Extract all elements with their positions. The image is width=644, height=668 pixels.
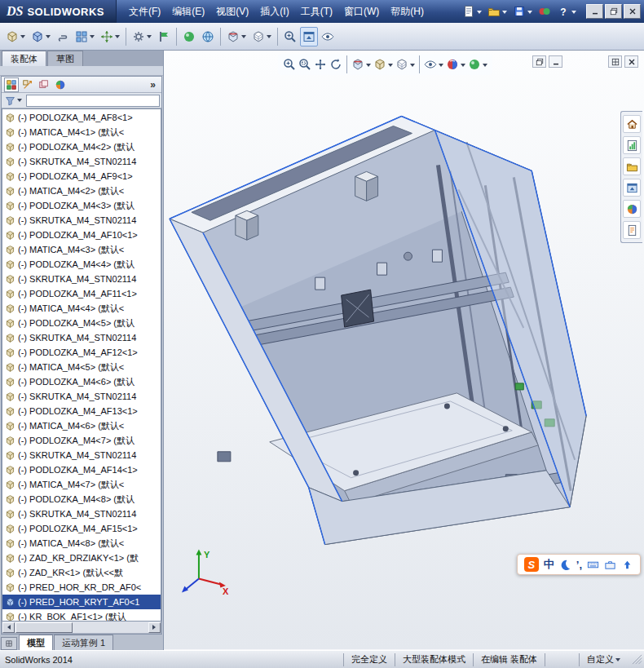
- maximize-button[interactable]: [605, 4, 622, 19]
- display-style-button[interactable]: [395, 56, 416, 73]
- tree-item[interactable]: (-) PODLOZKA_M4_AF10<1>: [2, 228, 161, 242]
- tree-item[interactable]: (-) PODLOZKA_M4_AF12<1>: [2, 345, 161, 360]
- tree-item[interactable]: (-) ZAD_KR_DRZIAKY<1> (默: [2, 551, 161, 565]
- zoom-to-fit-button[interactable]: [282, 56, 297, 73]
- tree-item[interactable]: (-) PODLOZKA_M4<5> (默认: [2, 316, 161, 330]
- section-view-button[interactable]: [351, 56, 372, 73]
- ime-skin[interactable]: [621, 559, 633, 571]
- tree-item[interactable]: (-) MATICA_M4<8> (默认<: [2, 536, 161, 551]
- menu-insert[interactable]: 插入(I): [254, 2, 294, 21]
- resize-grip[interactable]: [631, 653, 644, 666]
- configurationmanager-tab[interactable]: [37, 77, 51, 92]
- ime-punctuation[interactable]: ’,: [576, 559, 582, 571]
- extruder-carriage[interactable]: [342, 290, 374, 327]
- custom-toolbar-select[interactable]: 自定义: [579, 653, 628, 666]
- tree-item[interactable]: (-) PODLOZKA_M4<3> (默认: [2, 198, 161, 213]
- window-tile-button[interactable]: [608, 55, 622, 68]
- close-button[interactable]: [624, 4, 641, 19]
- filter-button[interactable]: [3, 94, 24, 108]
- tree-item[interactable]: (-) SKRUTKA_M4_STN02114: [2, 507, 161, 521]
- tree-item[interactable]: (-) PODLOZKA_M4<4> (默认: [2, 257, 161, 272]
- menu-file[interactable]: 文件(F): [123, 2, 166, 21]
- view-settings-button[interactable]: [319, 27, 337, 46]
- tree-item[interactable]: (-) SKRUTKA_M4_STN02114: [2, 272, 161, 286]
- custom-properties-button[interactable]: [623, 221, 641, 239]
- tree-horizontal-scrollbar[interactable]: [2, 622, 161, 634]
- ime-soft-keyboard[interactable]: [587, 559, 599, 571]
- displaymanager-tab[interactable]: [53, 77, 68, 92]
- tree-item[interactable]: (-) KR_BOK_AF1<1> (默认: [2, 609, 161, 622]
- zoom-to-area-button[interactable]: [298, 56, 312, 73]
- propertymanager-tab[interactable]: [20, 77, 35, 92]
- tree-item[interactable]: (-) PODLOZKA_M4_AF13<1>: [2, 404, 161, 418]
- filter-input[interactable]: [26, 95, 160, 107]
- corner-bracket[interactable]: [218, 452, 231, 462]
- design-library-button[interactable]: [623, 136, 641, 154]
- tree-item[interactable]: (-) PODLOZKA_M4_AF15<1>: [2, 521, 161, 536]
- tree-item[interactable]: (-) SKRUTKA_M4_STN02114: [2, 330, 161, 345]
- menu-tools[interactable]: 工具(T): [295, 2, 338, 21]
- component-pattern-button[interactable]: [73, 27, 97, 46]
- sogou-logo[interactable]: S: [524, 557, 539, 572]
- tree-item[interactable]: (-) SKRUTKA_M4_STN02114: [2, 448, 161, 462]
- tree-item[interactable]: (-) PODLOZKA_M4<6> (默认: [2, 374, 161, 389]
- ime-toolbox[interactable]: [604, 559, 616, 571]
- zoom-to-fit-button[interactable]: [281, 27, 299, 46]
- scrollbar-track[interactable]: [15, 622, 148, 633]
- menu-help[interactable]: 帮助(H): [385, 2, 430, 21]
- tree-item[interactable]: (-) ZAD_KR<1> (默认<<默: [2, 565, 161, 580]
- view-palette-button[interactable]: [623, 179, 641, 197]
- window-restore-button[interactable]: [532, 55, 546, 68]
- tree-item[interactable]: (-) SKRUTKA_M4_STN02114: [2, 389, 161, 404]
- commandtab-assembly[interactable]: 装配体: [2, 51, 46, 66]
- tree-item[interactable]: (-) MATICA_M4<5> (默认<: [2, 360, 161, 374]
- ime-fullhalf-mode[interactable]: [559, 559, 571, 571]
- section-view-button[interactable]: [224, 27, 249, 46]
- apply-scene-button[interactable]: [467, 56, 488, 73]
- open-document-button[interactable]: [486, 3, 509, 20]
- edit-appearance-button[interactable]: [445, 56, 466, 73]
- tree-item[interactable]: (-) MATICA_M4<3> (默认<: [2, 242, 161, 257]
- tree-item[interactable]: (-) PODLOZKA_M4_AF11<1>: [2, 286, 161, 301]
- tree-item[interactable]: (-) PRED_HOR_KR_DR_AF0<: [2, 580, 161, 595]
- menu-view[interactable]: 视图(V): [210, 2, 254, 21]
- file-explorer-button[interactable]: [623, 157, 641, 175]
- featuremanager-tab[interactable]: [4, 77, 19, 92]
- pan-button[interactable]: [313, 56, 328, 73]
- tree-item[interactable]: (-) PODLOZKA_M4<2> (默认: [2, 139, 161, 154]
- scroll-right-button[interactable]: [148, 622, 161, 633]
- ime-chinese-mode[interactable]: 中: [544, 557, 554, 572]
- display-style-button[interactable]: [249, 27, 274, 46]
- new-document-button[interactable]: [461, 3, 483, 20]
- rotate-view-button[interactable]: [329, 56, 343, 73]
- edit-component-button[interactable]: [29, 27, 53, 46]
- help-button[interactable]: ?: [555, 3, 578, 20]
- window-minimize-button[interactable]: [549, 55, 562, 68]
- save-document-button[interactable]: [511, 3, 534, 20]
- 3d-content-central-button[interactable]: [199, 27, 217, 46]
- menu-edit[interactable]: 编辑(E): [166, 2, 210, 21]
- insert-component-button[interactable]: [3, 27, 28, 46]
- appearances-scenes-button[interactable]: [623, 200, 641, 218]
- large-assembly-mode-button[interactable]: [300, 27, 318, 46]
- tree-item[interactable]: (-) PODLOZKA_M4_AF8<1>: [2, 110, 161, 125]
- tree-item[interactable]: (-) MATICA_M4<7> (默认<: [2, 477, 161, 492]
- tree-item[interactable]: (-) MATICA_M4<4> (默认<: [2, 301, 161, 316]
- tab-motion-study-1[interactable]: 运动算例 1: [54, 635, 113, 650]
- panel-tab-overflow[interactable]: »: [150, 79, 159, 91]
- tree-item[interactable]: (-) SKRUTKA_M4_STN02114: [2, 213, 161, 228]
- window-close-button[interactable]: [624, 55, 638, 68]
- tree-item[interactable]: (-) MATICA_M4<6> (默认<: [2, 418, 161, 433]
- view-orientation-button[interactable]: [373, 56, 394, 73]
- minimize-button[interactable]: [586, 4, 603, 19]
- smart-fasteners-button[interactable]: [130, 27, 154, 46]
- tree-item[interactable]: (-) PODLOZKA_M4_AF14<1>: [2, 462, 161, 477]
- tree-item[interactable]: (-) PODLOZKA_M4<7> (默认: [2, 433, 161, 448]
- options-toggle-button[interactable]: [536, 3, 553, 20]
- scroll-left-button[interactable]: [2, 622, 15, 633]
- assembly-features-button[interactable]: [155, 27, 173, 46]
- tree-item[interactable]: (-) MATICA_M4<2> (默认<: [2, 184, 161, 198]
- tree-item[interactable]: (-) SKRUTKA_M4_STN02114: [2, 154, 161, 169]
- tree-item[interactable]: (-) PRED_HOR_KRYT_AF0<1: [2, 595, 161, 609]
- tree-item[interactable]: (-) PODLOZKA_M4<8> (默认: [2, 492, 161, 507]
